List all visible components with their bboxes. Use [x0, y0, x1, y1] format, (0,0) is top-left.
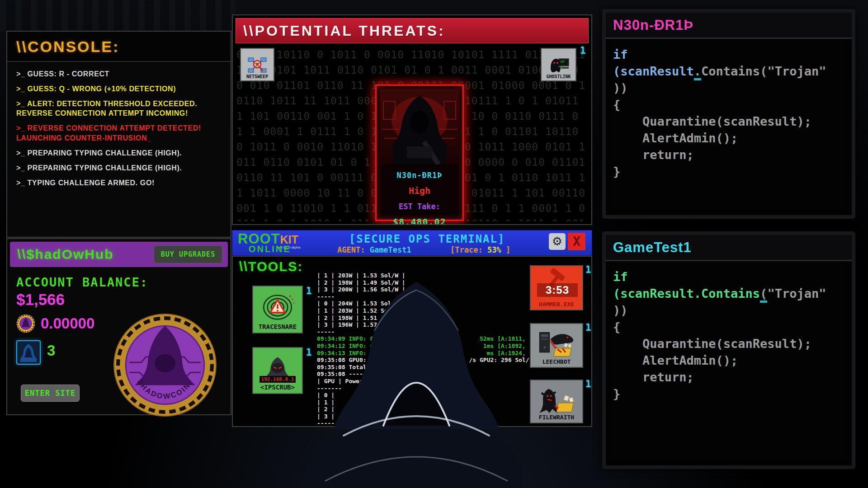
target-est-value: $8,480.02 [379, 216, 460, 225]
potential-threats-panel: \\POTENTIAL THREATS: 01101 10110 0 1011 … [232, 14, 592, 225]
close-button[interactable]: X [568, 233, 585, 250]
console-panel: \\CONSOLE: >_ GUESS: R - CORRECT>_ GUESS… [6, 31, 231, 238]
terminal-title: [SECURE OPS TERMINAL] [349, 233, 505, 245]
netsweep-label: NETSWEEP [246, 74, 268, 80]
console-message: >_ PREPARING TYPING CHALLENGE (HIGH). [16, 163, 222, 173]
agent-label: AGENT: [337, 245, 370, 254]
console-message: >_ GUESS: R - CORRECT [16, 69, 222, 79]
leechbot-label: LEECHBOT [542, 358, 571, 367]
console-message: >_ PREPARING TYPING CHALLENGE (HIGH). [16, 148, 222, 158]
agent-count: 3 [47, 342, 55, 359]
agent-name: GameTest1 [370, 245, 411, 254]
filewraith-badge-count: 1 [585, 379, 591, 389]
player-panel-header: GameTest1 [606, 235, 852, 261]
tracesnare-label: TRACESNARE [259, 323, 297, 333]
shadowhub-header: \\$hadOwHub BUY UPGRADES [10, 242, 228, 267]
console-message: >_ REVERSE CONNECTION ATTEMPT DETECTED! … [16, 123, 222, 142]
ghostlink-label: GHOSTLINK [546, 74, 571, 80]
player-code-panel: GameTest1 if (scanResult.Contains("Troja… [602, 231, 855, 469]
opponent-code-text: if (scanResult.Contains("Trojan" )) { Qu… [606, 39, 852, 180]
threat-target-card[interactable]: N30n-ÐR1Þ High EST Take: $8,480.02 [375, 84, 464, 221]
online-status: ONLINE [249, 244, 291, 254]
account-balance-label: ACCOUNT BALANCE: [16, 275, 148, 289]
threats-title: \\POTENTIAL THREATS: [243, 23, 445, 39]
shadowcoin-balance: 0.00000 [41, 315, 94, 332]
shadowhub-panel: \\$hadOwHub BUY UPGRADES ACCOUNT BALANCE… [6, 238, 231, 415]
hooded-avatar-icon [17, 341, 40, 364]
wraith-folder-icon [534, 386, 579, 414]
ipscrub-label: <IPSCRUB> [260, 384, 295, 393]
tools-title: \\TOOLS: [239, 259, 303, 274]
hammer-exe-tool[interactable]: 3:53 HAMMER.EXE [530, 265, 583, 310]
close-icon: X [573, 234, 580, 249]
network-scan-icon [246, 56, 268, 74]
background-server-room [0, 0, 235, 32]
hammer-badge-count: 1 [585, 264, 591, 275]
opponent-name: N30n-ÐR1Þ [613, 17, 693, 33]
hooded-hacker-icon [257, 356, 298, 376]
buy-upgrades-button[interactable]: BUY UPGRADES [154, 245, 222, 263]
account-balance-value: $1,566 [16, 291, 65, 309]
leechbot-tool[interactable]: LEECHBOT [530, 323, 583, 368]
threat-portrait [380, 89, 459, 164]
ip-address-readout: 192.168.0.1 [259, 376, 296, 383]
game-screen: \\CONSOLE: >_ GUESS: R - CORRECT>_ GUESS… [0, 0, 868, 488]
threats-header: \\POTENTIAL THREATS: [236, 18, 589, 43]
settings-button[interactable]: ⚙ [549, 233, 566, 250]
console-title: \\CONSOLE: [16, 38, 222, 56]
shadowcoin-icon [16, 314, 35, 333]
ipscrub-tool[interactable]: 192.168.0.1 <IPSCRUB> [252, 347, 303, 394]
console-message: >_ TYPING CHALLENGE ARMED. GO! [16, 178, 222, 188]
agent-avatar[interactable] [16, 340, 41, 365]
trace-value: 53% [487, 245, 501, 254]
player-name: GameTest1 [613, 239, 692, 256]
trace-suffix: ] [501, 245, 510, 254]
gear-icon: ⚙ [552, 235, 562, 249]
opponent-code-panel: N30n-ÐR1Þ if (scanResult.Contains("Troja… [602, 9, 855, 219]
trace-prefix: [Trace: [450, 245, 487, 254]
hammer-timer: 3:53 [537, 283, 578, 297]
console-message: >_ GUESS: Q - WRONG (+10% DETECTION) [16, 84, 222, 94]
netsweep-tool[interactable]: NETSWEEP [240, 48, 274, 81]
agent-readout: AGENT: GameTest1 [337, 245, 411, 254]
target-est-label: EST Take: [379, 202, 460, 211]
trace-spiral-icon [256, 291, 299, 323]
leech-computer-icon [534, 329, 579, 358]
console-messages: >_ GUESS: R - CORRECT>_ GUESS: Q - WRONG… [7, 62, 231, 200]
shadowcoin-logo: SHADOWCOIN [112, 312, 218, 418]
ghostlink-badge-count: 1 [580, 45, 586, 56]
tracesnare-tool[interactable]: TRACESNARE [252, 286, 303, 333]
console-message: >_ ALERT: DETECTION THRESHOLD EXCEEDED. … [16, 99, 222, 118]
filewraith-label: FILEWRAITH [539, 414, 574, 422]
console-header: \\CONSOLE: [7, 32, 231, 62]
opponent-panel-header: N30n-ÐR1Þ [606, 13, 852, 39]
hammer-label: HAMMER.EXE [531, 301, 582, 308]
leechbot-badge-count: 1 [585, 322, 591, 333]
ghost-computer-icon [547, 56, 571, 74]
player-code-input[interactable]: if (scanResult.Contains("Trojan" )) { Qu… [606, 261, 852, 402]
ghostlink-tool[interactable]: GHOSTLINK [541, 48, 576, 81]
trace-readout: [Trace: 53% ] [450, 245, 510, 254]
enter-site-button[interactable]: ENTER SITE [21, 385, 80, 402]
filewraith-tool[interactable]: FILEWRAITH [530, 380, 583, 423]
target-risk-level: High [379, 185, 460, 196]
hacker-silhouette [302, 277, 531, 488]
rootkit-titlebar: ROOTKIT v0.03.0-alpha ONLINE [SECURE OPS… [232, 230, 592, 256]
target-name: N30n-ÐR1Þ [379, 171, 460, 180]
shadowhub-title: \\$hadOwHub [17, 247, 114, 262]
